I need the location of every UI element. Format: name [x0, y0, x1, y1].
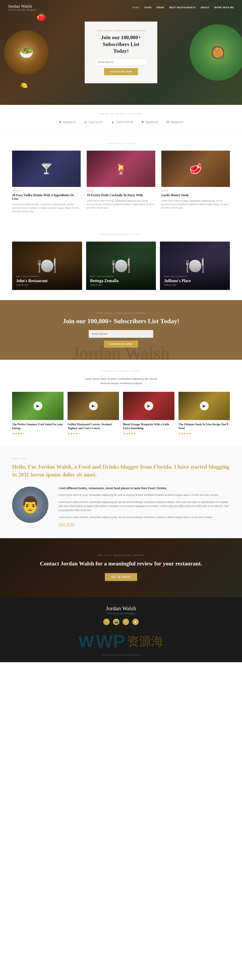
video-4-thumbnail[interactable]: ▶	[178, 392, 230, 420]
video-2-thumbnail[interactable]: ▶	[68, 392, 119, 420]
navbar: Jordan Walsh Food & Drinks Blogger HOME …	[0, 0, 242, 15]
footer-wp-logo: W	[79, 632, 94, 651]
footer-logo: Jordan Walsh	[8, 605, 234, 612]
logo-icon-2: ◎	[84, 120, 87, 124]
restaurant-1-badge: BEST RESTAURANTS	[16, 275, 48, 277]
footer-copyright: Copyright © 2024 | Powered by WordPress	[8, 654, 234, 656]
social-twitter-icon[interactable]: 𝕏	[123, 619, 129, 625]
nav-work-with-me[interactable]: WORK WITH ME	[214, 6, 234, 9]
nav-links: HOME FOOD DRINK BEST RESTAURANTS ABOUT W…	[132, 6, 234, 9]
social-youtube-icon[interactable]: ▶	[132, 619, 139, 625]
blog-card-2: 🍹 DRINK 10 Festive Pride Cocktails To Pa…	[87, 151, 155, 213]
video-4-stars: ★★★★★	[178, 432, 230, 435]
about-section: ABOUT ME Hello, I'm Jordan Walsh, a Food…	[0, 445, 242, 538]
video-1-thumbnail[interactable]: ▶	[12, 392, 64, 420]
blog-label: LATEST BLOG POSTS	[12, 143, 230, 145]
contact-heading: Contact Jordan Walsh for a meaningful re…	[8, 560, 234, 568]
blog-card-2-image: 🍹	[87, 151, 155, 187]
footer-social: f 📷 𝕏 ▶	[8, 619, 234, 625]
hero-decor-lime: 🍋	[20, 82, 28, 89]
restaurants-grid: 🍽️ BEST RESTAURANTS John's Restaurant JU…	[12, 242, 230, 290]
blog-card-1-excerpt: Lorem ipsum dolor sit amet, consectetur …	[12, 203, 81, 213]
video-1-play-button[interactable]: ▶	[33, 401, 42, 410]
video-3-title: Blood Orange Margarita With a Little Ext…	[123, 422, 174, 430]
hero-sub-label: FOOD, DRINK & RESTAURANTS REVIEWS	[95, 30, 147, 32]
social-instagram-icon[interactable]: 📷	[113, 619, 119, 625]
video-3-play-button[interactable]: ▶	[144, 401, 153, 410]
nav-best-restaurants[interactable]: BEST RESTAURANTS	[169, 6, 196, 9]
social-facebook-icon[interactable]: f	[103, 619, 110, 625]
restaurant-2-content: BEST RESTAURANTS Bottega Zemalla JUNE 29…	[86, 271, 123, 290]
restaurant-2-name: Bottega Zemalla	[90, 278, 119, 283]
blog-card-3-category: FOOD	[161, 190, 230, 192]
video-4-play-button[interactable]: ▶	[200, 401, 209, 410]
about-heading: Hello, I'm Jordan Walsh, a Food and Drin…	[12, 463, 230, 479]
logo-icon-5: ⊞	[166, 120, 169, 124]
restaurant-3-badge: BEST RESTAURANTS	[164, 275, 191, 277]
about-side-heading: I visit different hotels, restaurants, s…	[59, 487, 230, 490]
about-text: I visit different hotels, restaurants, s…	[59, 487, 230, 526]
blog-card-3-image: 🥩	[161, 151, 230, 187]
about-para-1: Lorem ipsum dolor sit amet, consectetur …	[59, 493, 230, 497]
restaurants-label: BEST RESTAURANTS TO VISIT	[12, 234, 230, 235]
footer-wp-text: WP	[96, 631, 125, 652]
restaurant-2-badge: BEST RESTAURANTS	[90, 275, 119, 277]
restaurant-card-3[interactable]: 🍽️ BEST RESTAURANTS Julliano's Place JUN…	[160, 242, 230, 290]
contact-section: ARE YOU A RESTAURANT OWNER? Contact Jord…	[0, 538, 242, 597]
nav-logo: Jordan Walsh Food & Drinks Blogger	[8, 4, 37, 11]
blog-card-3-excerpt: Lorem ipsum dolor sit amet, consectetur …	[161, 199, 230, 210]
contact-get-in-touch-button[interactable]: GET IN TOUCH	[105, 573, 137, 581]
about-para-2: Lorem ipsum dolor sit amet, consectetur …	[59, 500, 230, 512]
hero-subscribe-button[interactable]: SUBSCRIBE NOW	[104, 68, 138, 75]
nav-home[interactable]: HOME	[132, 6, 140, 9]
video-3-thumbnail[interactable]: ▶	[123, 392, 174, 420]
contact-sub-label: ARE YOU A RESTAURANT OWNER?	[8, 554, 234, 556]
video-2-play-button[interactable]: ▶	[89, 401, 98, 410]
footer: Jordan Walsh Food & Drinks Blogger f 📷 𝕏…	[0, 597, 242, 662]
logo-text-1: logoipsum	[63, 120, 76, 124]
logos-row: ❖ logoipsum ◎ Logo ipsum ▲ LOGO:PSUM ❖ l…	[12, 120, 230, 124]
blog-card-3: 🥩 FOOD Garlic-Butter Steak Lorem ipsum d…	[161, 151, 230, 213]
featured-section: WHERE WE'VE BEEN FEATURED ❖ logoipsum ◎ …	[0, 105, 242, 132]
logo-icon-3: ▲	[111, 120, 115, 124]
hero-cta-box: FOOD, DRINK & RESTAURANTS REVIEWS Join o…	[85, 22, 157, 83]
hero-food-left-image: 🥗	[4, 30, 48, 75]
about-read-more-button[interactable]: READ MORE	[59, 523, 75, 526]
logo-text-5: logoipsum	[170, 120, 183, 124]
logo-item-4: ❖ logoipsum	[141, 120, 158, 124]
blog-card-2-title: 10 Festive Pride Cocktails To Party With	[87, 193, 155, 197]
cta-email-input[interactable]	[89, 330, 153, 338]
nav-drink[interactable]: DRINK	[156, 6, 164, 9]
restaurant-card-2[interactable]: 🍽️ BEST RESTAURANTS Bottega Zemalla JUNE…	[86, 242, 156, 290]
blog-card-3-title: Garlic-Butter Steak	[161, 193, 230, 197]
blog-card-1-image: 🍸	[12, 151, 81, 187]
blog-card-1-title: 20 Easy Vodka Drinks With 4 Ingredients …	[12, 193, 81, 200]
contact-content: ARE YOU A RESTAURANT OWNER? Contact Jord…	[8, 554, 234, 581]
hero-email-input[interactable]	[95, 59, 147, 66]
logo-item-3: ▲ LOGO:PSUM	[111, 120, 133, 124]
nav-about[interactable]: ABOUT	[201, 6, 209, 9]
cta-brown-section: FOOD, DRINK & RESTAURANTS REVIEWS Join o…	[0, 300, 242, 360]
restaurant-card-1[interactable]: 🍽️ BEST RESTAURANTS John's Restaurant JU…	[12, 242, 82, 290]
footer-resource-text: 资源海	[127, 633, 163, 650]
videos-section: FEATURED REVIEW VIDEOS Lorem ipsum dolor…	[0, 360, 242, 445]
restaurant-3-name: Julliano's Place	[164, 278, 191, 283]
restaurant-1-date: JUNE 29, 2021	[16, 284, 48, 286]
cta-sub-label: FOOD, DRINK & RESTAURANTS REVIEWS	[8, 312, 234, 314]
video-card-3: ▶ Blood Orange Margarita With a Little E…	[123, 392, 174, 435]
logo-text-2: Logo ipsum	[88, 120, 103, 124]
logo-item-2: ◎ Logo ipsum	[84, 120, 103, 124]
footer-logo-sub: Food & Drinks Blogger	[8, 612, 234, 615]
videos-desc: Lorem ipsum dolor sit amet, consectetur …	[81, 377, 161, 385]
cta-watermark: Jordan Walsh	[72, 343, 170, 360]
video-1-title: The Perfect Summer Fruit Salad For your …	[12, 422, 64, 430]
nav-food[interactable]: FOOD	[144, 6, 152, 9]
featured-label: WHERE WE'VE BEEN FEATURED	[12, 113, 230, 115]
logo-item-1: ❖ logoipsum	[59, 120, 76, 124]
video-card-1: ▶ The Perfect Summer Fruit Salad For you…	[12, 392, 64, 435]
blog-card-1-category: DRINK	[12, 190, 81, 192]
cta-heading: Join our 100,000+ Subscribers List Today…	[8, 317, 234, 325]
video-2-stars: ★★★★☆	[68, 432, 119, 435]
videos-label: FEATURED REVIEW VIDEOS	[12, 370, 230, 372]
restaurant-1-content: BEST RESTAURANTS John's Restaurant JUNE …	[12, 271, 52, 290]
